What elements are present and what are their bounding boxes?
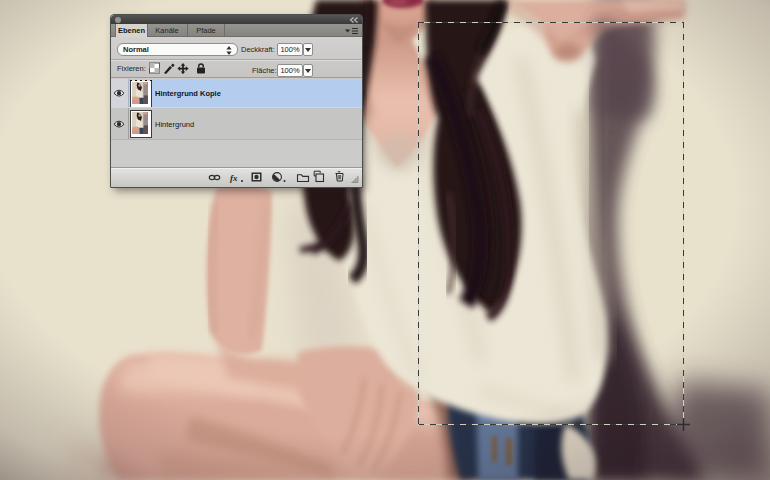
svg-text:fx: fx	[230, 173, 238, 183]
